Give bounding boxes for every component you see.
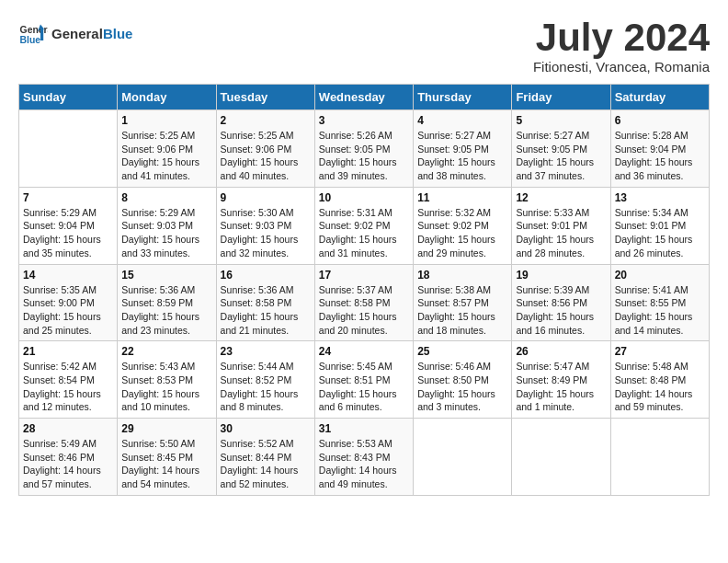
calendar-cell: 9Sunrise: 5:30 AM Sunset: 9:03 PM Daylig…: [216, 187, 314, 264]
calendar-cell: 20Sunrise: 5:41 AM Sunset: 8:55 PM Dayli…: [610, 264, 709, 341]
calendar-cell: 16Sunrise: 5:36 AM Sunset: 8:58 PM Dayli…: [216, 264, 314, 341]
day-number: 8: [121, 191, 211, 204]
logo-icon: General Blue: [18, 18, 48, 48]
calendar-cell: [19, 110, 118, 188]
calendar-cell: 26Sunrise: 5:47 AM Sunset: 8:49 PM Dayli…: [512, 341, 610, 419]
calendar-cell: 1Sunrise: 5:25 AM Sunset: 9:06 PM Daylig…: [118, 110, 216, 188]
day-number: 26: [516, 345, 606, 358]
day-number: 20: [615, 269, 705, 282]
calendar-cell: 29Sunrise: 5:50 AM Sunset: 8:45 PM Dayli…: [118, 419, 216, 496]
day-number: 15: [121, 269, 211, 282]
calendar-body: 1Sunrise: 5:25 AM Sunset: 9:06 PM Daylig…: [19, 110, 710, 496]
calendar-cell: 11Sunrise: 5:32 AM Sunset: 9:02 PM Dayli…: [414, 187, 512, 264]
calendar-cell: [414, 419, 512, 496]
day-info: Sunrise: 5:35 AM Sunset: 9:00 PM Dayligh…: [23, 283, 113, 338]
header-day-saturday: Saturday: [610, 85, 709, 110]
calendar-week-3: 14Sunrise: 5:35 AM Sunset: 9:00 PM Dayli…: [19, 264, 710, 341]
day-number: 28: [23, 422, 113, 435]
day-info: Sunrise: 5:31 AM Sunset: 9:02 PM Dayligh…: [319, 206, 409, 260]
day-number: 16: [221, 269, 311, 282]
day-info: Sunrise: 5:47 AM Sunset: 8:49 PM Dayligh…: [516, 360, 606, 414]
day-number: 11: [417, 191, 507, 204]
day-number: 23: [221, 345, 311, 358]
day-info: Sunrise: 5:36 AM Sunset: 8:58 PM Dayligh…: [221, 283, 311, 338]
day-info: Sunrise: 5:50 AM Sunset: 8:45 PM Dayligh…: [121, 437, 211, 491]
day-number: 18: [417, 269, 507, 282]
day-info: Sunrise: 5:42 AM Sunset: 8:54 PM Dayligh…: [23, 360, 113, 414]
day-number: 5: [516, 114, 606, 127]
calendar-cell: 3Sunrise: 5:26 AM Sunset: 9:05 PM Daylig…: [314, 110, 413, 188]
day-info: Sunrise: 5:27 AM Sunset: 9:05 PM Dayligh…: [516, 129, 606, 183]
svg-text:Blue: Blue: [20, 35, 41, 45]
day-number: 19: [516, 269, 606, 282]
day-info: Sunrise: 5:28 AM Sunset: 9:04 PM Dayligh…: [615, 129, 705, 183]
header-day-tuesday: Tuesday: [216, 85, 314, 110]
calendar-header-row: SundayMondayTuesdayWednesdayThursdayFrid…: [19, 85, 710, 110]
day-number: 21: [23, 345, 113, 358]
day-number: 12: [516, 191, 606, 204]
calendar-week-1: 1Sunrise: 5:25 AM Sunset: 9:06 PM Daylig…: [19, 110, 710, 188]
calendar-cell: 21Sunrise: 5:42 AM Sunset: 8:54 PM Dayli…: [19, 341, 118, 419]
day-info: Sunrise: 5:27 AM Sunset: 9:05 PM Dayligh…: [417, 129, 507, 183]
calendar-cell: 15Sunrise: 5:36 AM Sunset: 8:59 PM Dayli…: [118, 264, 216, 341]
calendar-cell: [512, 419, 610, 496]
day-number: 2: [221, 114, 311, 127]
logo: General Blue GeneralBlue: [18, 18, 132, 48]
calendar-cell: 31Sunrise: 5:53 AM Sunset: 8:43 PM Dayli…: [314, 419, 413, 496]
calendar-cell: 27Sunrise: 5:48 AM Sunset: 8:48 PM Dayli…: [610, 341, 709, 419]
location: Fitionesti, Vrancea, Romania: [533, 59, 710, 75]
calendar-cell: 12Sunrise: 5:33 AM Sunset: 9:01 PM Dayli…: [512, 187, 610, 264]
day-number: 6: [615, 114, 705, 127]
day-info: Sunrise: 5:25 AM Sunset: 9:06 PM Dayligh…: [221, 129, 311, 183]
calendar-cell: 19Sunrise: 5:39 AM Sunset: 8:56 PM Dayli…: [512, 264, 610, 341]
calendar-cell: 8Sunrise: 5:29 AM Sunset: 9:03 PM Daylig…: [118, 187, 216, 264]
month-title: July 2024: [533, 18, 710, 57]
calendar-cell: 2Sunrise: 5:25 AM Sunset: 9:06 PM Daylig…: [216, 110, 314, 188]
calendar-cell: 14Sunrise: 5:35 AM Sunset: 9:00 PM Dayli…: [19, 264, 118, 341]
calendar-cell: 25Sunrise: 5:46 AM Sunset: 8:50 PM Dayli…: [414, 341, 512, 419]
day-info: Sunrise: 5:36 AM Sunset: 8:59 PM Dayligh…: [121, 283, 211, 338]
day-info: Sunrise: 5:37 AM Sunset: 8:58 PM Dayligh…: [319, 283, 409, 338]
calendar-cell: [610, 419, 709, 496]
day-number: 30: [221, 422, 311, 435]
day-info: Sunrise: 5:48 AM Sunset: 8:48 PM Dayligh…: [615, 360, 705, 414]
day-info: Sunrise: 5:43 AM Sunset: 8:53 PM Dayligh…: [121, 360, 211, 414]
svg-text:General: General: [20, 25, 48, 35]
calendar-cell: 28Sunrise: 5:49 AM Sunset: 8:46 PM Dayli…: [19, 419, 118, 496]
calendar-cell: 5Sunrise: 5:27 AM Sunset: 9:05 PM Daylig…: [512, 110, 610, 188]
day-info: Sunrise: 5:25 AM Sunset: 9:06 PM Dayligh…: [121, 129, 211, 183]
day-number: 25: [417, 345, 507, 358]
day-number: 4: [417, 114, 507, 127]
day-number: 31: [319, 422, 409, 435]
calendar-cell: 6Sunrise: 5:28 AM Sunset: 9:04 PM Daylig…: [610, 110, 709, 188]
day-info: Sunrise: 5:29 AM Sunset: 9:03 PM Dayligh…: [121, 206, 211, 260]
calendar-table: SundayMondayTuesdayWednesdayThursdayFrid…: [18, 84, 710, 496]
day-number: 1: [121, 114, 211, 127]
day-info: Sunrise: 5:52 AM Sunset: 8:44 PM Dayligh…: [221, 437, 311, 491]
header-day-wednesday: Wednesday: [314, 85, 413, 110]
day-number: 13: [615, 191, 705, 204]
day-info: Sunrise: 5:34 AM Sunset: 9:01 PM Dayligh…: [615, 206, 705, 260]
logo-text: GeneralBlue: [51, 26, 132, 41]
day-number: 29: [121, 422, 211, 435]
day-info: Sunrise: 5:33 AM Sunset: 9:01 PM Dayligh…: [516, 206, 606, 260]
calendar-cell: 17Sunrise: 5:37 AM Sunset: 8:58 PM Dayli…: [314, 264, 413, 341]
day-number: 17: [319, 269, 409, 282]
calendar-cell: 18Sunrise: 5:38 AM Sunset: 8:57 PM Dayli…: [414, 264, 512, 341]
day-info: Sunrise: 5:26 AM Sunset: 9:05 PM Dayligh…: [319, 129, 409, 183]
day-info: Sunrise: 5:45 AM Sunset: 8:51 PM Dayligh…: [319, 360, 409, 414]
calendar-cell: 7Sunrise: 5:29 AM Sunset: 9:04 PM Daylig…: [19, 187, 118, 264]
day-info: Sunrise: 5:49 AM Sunset: 8:46 PM Dayligh…: [23, 437, 113, 491]
day-number: 10: [319, 191, 409, 204]
day-info: Sunrise: 5:29 AM Sunset: 9:04 PM Dayligh…: [23, 206, 113, 260]
calendar-cell: 4Sunrise: 5:27 AM Sunset: 9:05 PM Daylig…: [414, 110, 512, 188]
calendar-cell: 24Sunrise: 5:45 AM Sunset: 8:51 PM Dayli…: [314, 341, 413, 419]
header-day-friday: Friday: [512, 85, 610, 110]
day-info: Sunrise: 5:41 AM Sunset: 8:55 PM Dayligh…: [615, 283, 705, 338]
day-number: 3: [319, 114, 409, 127]
day-number: 27: [615, 345, 705, 358]
calendar-week-2: 7Sunrise: 5:29 AM Sunset: 9:04 PM Daylig…: [19, 187, 710, 264]
day-info: Sunrise: 5:32 AM Sunset: 9:02 PM Dayligh…: [417, 206, 507, 260]
calendar-cell: 10Sunrise: 5:31 AM Sunset: 9:02 PM Dayli…: [314, 187, 413, 264]
header-day-monday: Monday: [118, 85, 216, 110]
